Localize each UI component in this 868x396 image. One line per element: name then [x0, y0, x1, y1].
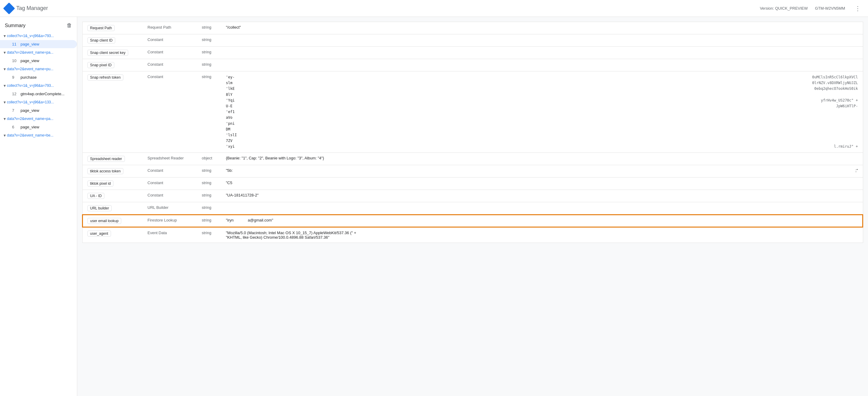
- item-label: page_view: [21, 42, 39, 46]
- sidebar-item-page-view-6[interactable]: 6 page_view: [0, 123, 77, 131]
- sidebar-parent-7[interactable]: ▾ data?v=2&event_name=be...: [0, 131, 77, 139]
- sidebar-parent-label-4: collect?v=1&_v=j96&a=793...: [7, 84, 74, 88]
- table-row: URL builder URL Builder string: [82, 202, 863, 215]
- value-right: ;": [855, 168, 858, 173]
- table-row: UA - ID Constant string "UA-181411728-2": [82, 190, 863, 202]
- item-label: page_view: [21, 125, 39, 129]
- var-datatype: string: [197, 165, 221, 177]
- var-type: URL Builder: [143, 202, 197, 215]
- sidebar-item-page-view-10[interactable]: 10 page_view: [0, 57, 77, 65]
- var-name: Spreadsheet reader: [88, 156, 125, 162]
- sidebar: Summary 🗑 ▾ collect?v=1&_v=j96&a=793... …: [0, 17, 77, 396]
- var-value: "C5: [221, 177, 863, 190]
- sidebar-parent-label-1: collect?v=1&_v=j96&a=793...: [7, 34, 74, 38]
- var-value: "UA-181411728-2": [221, 190, 863, 202]
- var-type: Constant: [143, 71, 197, 153]
- item-num: 6: [12, 125, 18, 129]
- sidebar-item-page-view-7[interactable]: 7 page_view: [0, 106, 77, 114]
- var-value: {Beanie: "1", Cap: "2", Beanie with Logo…: [221, 153, 863, 165]
- var-name: user email lookup: [88, 218, 121, 224]
- var-type: Constant: [143, 59, 197, 71]
- item-label: page_view: [21, 59, 39, 63]
- sidebar-group-6: ▾ data?v=2&event_name=pa... 6 page_view: [0, 114, 77, 131]
- var-type: Constant: [143, 177, 197, 190]
- delete-icon[interactable]: 🗑: [67, 22, 72, 29]
- var-value: [221, 34, 863, 47]
- value-left: "5b:: [226, 168, 233, 173]
- token-left: 'ey-slm'lkE8lY'YqiU-E'ef1aVo'pniDM'lslI7…: [226, 74, 237, 150]
- table-row: tiktok pixel id Constant string "C5: [82, 177, 863, 190]
- var-datatype: string: [197, 34, 221, 47]
- sidebar-summary: Summary 🗑: [0, 19, 77, 32]
- var-value: "iryn a@gmail.com": [226, 218, 273, 222]
- sidebar-item-purchase-9[interactable]: 9 purchase: [0, 73, 77, 81]
- table-row: user_agent Event Data string "Mozilla/5.…: [82, 227, 863, 243]
- sidebar-item-gtm4wp-12[interactable]: 12 gtm4wp.orderComplete...: [0, 90, 77, 98]
- header-right: Version: QUICK_PREVIEW GTM-W2VN5MM ⋮: [760, 4, 863, 13]
- sidebar-group-5: ▾ collect?v=1&_v=j96&a=133... 7 page_vie…: [0, 98, 77, 114]
- var-value: "5b: ;": [221, 165, 863, 177]
- var-value: 'ey-slm'lkE8lY'YqiU-E'ef1aVo'pniDM'lslI7…: [221, 71, 863, 153]
- sidebar-parent-2[interactable]: ▾ data?v=2&event_name=pa...: [0, 48, 77, 57]
- sidebar-group-2: ▾ data?v=2&event_name=pa... 10 page_view: [0, 48, 77, 65]
- var-value: [221, 202, 863, 215]
- app-title: Tag Manager: [16, 5, 48, 11]
- var-value: "/collect": [221, 22, 863, 34]
- item-num: 12: [12, 92, 18, 96]
- chevron-down-icon: ▾: [4, 83, 6, 88]
- sidebar-parent-label-3: data?v=2&event_name=pu...: [7, 67, 74, 71]
- main-content: Request Path Request Path string "/colle…: [77, 17, 868, 396]
- gtm-id-label: GTM-W2VN5MM: [815, 6, 845, 10]
- var-name: UA - ID: [88, 193, 105, 199]
- chevron-down-icon: ▾: [4, 116, 6, 121]
- table-row-highlighted: user email lookup Firestore Lookup strin…: [82, 214, 863, 227]
- var-datatype: string: [197, 227, 221, 243]
- var-value: "Mozilla/5.0 (Macintosh; Intel Mac OS X …: [221, 227, 863, 243]
- version-label: Version: QUICK_PREVIEW: [760, 6, 808, 10]
- var-datatype: string: [197, 177, 221, 190]
- var-datatype: string: [197, 71, 221, 153]
- var-name: Snap client secret key: [88, 50, 128, 56]
- sidebar-group-3: ▾ data?v=2&event_name=pu... 9 purchase: [0, 65, 77, 81]
- var-name: Snap pixel ID: [88, 62, 114, 68]
- sidebar-group-1: ▾ collect?v=1&_v=j96&a=793... 11 page_vi…: [0, 32, 77, 48]
- sidebar-parent-5[interactable]: ▾ collect?v=1&_v=j96&a=133...: [0, 98, 77, 106]
- table-row: Snap pixel ID Constant string: [82, 59, 863, 71]
- table-row: tiktok access token Constant string "5b:…: [82, 165, 863, 177]
- item-label: gtm4wp.orderComplete...: [21, 92, 65, 96]
- var-datatype: string: [197, 202, 221, 215]
- var-datatype: string: [202, 218, 211, 222]
- logo-diamond-icon: [3, 2, 15, 14]
- item-label: purchase: [21, 75, 36, 79]
- chevron-down-icon: ▾: [4, 67, 6, 71]
- var-datatype: string: [197, 22, 221, 34]
- more-options-button[interactable]: ⋮: [852, 4, 863, 13]
- table-row: Snap client ID Constant string: [82, 34, 863, 47]
- sidebar-item-page-view-11[interactable]: 11 page_view: [0, 40, 77, 48]
- var-value: [221, 59, 863, 71]
- var-datatype: string: [197, 47, 221, 59]
- sidebar-parent-6[interactable]: ▾ data?v=2&event_name=pa...: [0, 114, 77, 123]
- var-name: Request Path: [88, 25, 115, 31]
- chevron-down-icon: ▾: [4, 100, 6, 105]
- sidebar-group-4: ▾ collect?v=1&_v=j96&a=793... 12 gtm4wp.…: [0, 81, 77, 98]
- item-num: 7: [12, 108, 18, 113]
- item-num: 10: [12, 59, 18, 63]
- var-value: [221, 47, 863, 59]
- table-row: Snap refresh token Constant string 'ey-s…: [82, 71, 863, 153]
- var-type: Request Path: [143, 22, 197, 34]
- chevron-right-icon: ▾: [4, 133, 6, 138]
- sidebar-parent-label-6: data?v=2&event_name=pa...: [7, 117, 74, 121]
- var-datatype: string: [197, 59, 221, 71]
- var-name: user_agent: [88, 231, 111, 237]
- variables-table: Request Path Request Path string "/colle…: [82, 22, 863, 243]
- sidebar-parent-4[interactable]: ▾ collect?v=1&_v=j96&a=793...: [0, 81, 77, 90]
- var-type: Constant: [143, 190, 197, 202]
- var-type: Event Data: [143, 227, 197, 243]
- sidebar-parent-1[interactable]: ▾ collect?v=1&_v=j96&a=793...: [0, 32, 77, 40]
- var-type: Firestore Lookup: [148, 218, 177, 222]
- table-row: Spreadsheet reader Spreadsheet Reader ob…: [82, 153, 863, 165]
- sidebar-parent-label-2: data?v=2&event_name=pa...: [7, 50, 74, 55]
- sidebar-parent-3[interactable]: ▾ data?v=2&event_name=pu...: [0, 65, 77, 73]
- app-header: Tag Manager Version: QUICK_PREVIEW GTM-W…: [0, 0, 868, 17]
